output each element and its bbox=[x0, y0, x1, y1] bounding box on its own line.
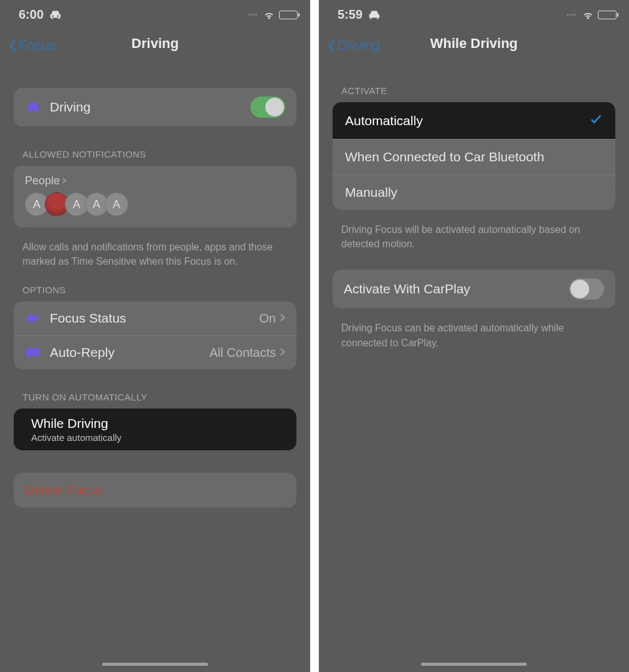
back-button[interactable]: Focus bbox=[7, 37, 56, 54]
carplay-toggle[interactable] bbox=[569, 278, 604, 300]
carplay-label: Activate With CarPlay bbox=[344, 282, 569, 296]
while-driving-row[interactable]: While Driving Activate automatically bbox=[14, 409, 296, 450]
status-time: 5:59 bbox=[338, 7, 362, 22]
phone-driving-screen: 6:00 •••• Focus Driving Driving bbox=[0, 0, 310, 672]
options-header: OPTIONS bbox=[14, 268, 296, 301]
car-icon bbox=[25, 99, 45, 115]
while-driving-title: While Driving bbox=[31, 416, 285, 431]
people-label: People bbox=[25, 174, 60, 187]
chevron-right-icon bbox=[280, 345, 285, 360]
focus-status-icon bbox=[25, 310, 45, 326]
activate-option-manual[interactable]: Manually bbox=[333, 174, 615, 210]
checkmark-icon bbox=[589, 112, 603, 129]
nav-bar: Driving While Driving bbox=[319, 26, 629, 69]
carplay-footer: Driving Focus can be activated automatic… bbox=[333, 315, 615, 349]
focus-status-row[interactable]: Focus Status On bbox=[14, 301, 296, 335]
phone-while-driving-screen: 5:59 •••• Driving While Driving ACTIVATE… bbox=[319, 0, 629, 672]
back-label: Focus bbox=[19, 37, 56, 54]
back-button[interactable]: Driving bbox=[326, 37, 380, 54]
carplay-group: Activate With CarPlay bbox=[333, 270, 615, 308]
car-icon bbox=[49, 8, 62, 22]
speech-bubble-icon bbox=[25, 344, 45, 361]
home-indicator[interactable] bbox=[421, 663, 527, 666]
more-dots-icon: •••• bbox=[247, 12, 258, 18]
driving-toggle-group: Driving bbox=[14, 88, 296, 126]
driving-label: Driving bbox=[50, 100, 250, 115]
chevron-left-icon bbox=[7, 38, 17, 53]
activate-header: ACTIVATE bbox=[333, 69, 615, 102]
allowed-header: ALLOWED NOTIFICATIONS bbox=[14, 133, 296, 166]
people-row[interactable]: People A A A A bbox=[14, 166, 296, 227]
activate-option-auto[interactable]: Automatically bbox=[333, 102, 615, 139]
auto-reply-value: All Contacts bbox=[209, 346, 276, 360]
page-title: While Driving bbox=[430, 35, 518, 52]
battery-icon bbox=[279, 11, 298, 19]
activate-option-label: Manually bbox=[345, 185, 603, 200]
status-time: 6:00 bbox=[19, 7, 44, 22]
page-title: Driving bbox=[131, 35, 179, 52]
allowed-group: People A A A A bbox=[14, 166, 296, 227]
back-label: Driving bbox=[338, 37, 380, 54]
nav-bar: Focus Driving bbox=[0, 26, 310, 69]
activate-group: Automatically When Connected to Car Blue… bbox=[333, 102, 615, 210]
status-bar: 6:00 •••• bbox=[0, 0, 310, 26]
driving-toggle-row[interactable]: Driving bbox=[14, 88, 296, 126]
activate-option-bluetooth[interactable]: When Connected to Car Bluetooth bbox=[333, 139, 615, 174]
avatar: A bbox=[105, 192, 128, 216]
auto-header: TURN ON AUTOMATICALLY bbox=[14, 376, 296, 409]
delete-focus-button[interactable]: Delete Focus bbox=[14, 473, 296, 508]
options-group: Focus Status On Auto-Reply All Contacts bbox=[14, 301, 296, 369]
more-dots-icon: •••• bbox=[566, 12, 577, 18]
allowed-footer: Allow calls and notifications from peopl… bbox=[14, 234, 296, 268]
driving-toggle[interactable] bbox=[250, 97, 285, 118]
delete-group: Delete Focus bbox=[14, 473, 296, 508]
svg-point-1 bbox=[33, 315, 40, 322]
home-indicator[interactable] bbox=[102, 663, 208, 666]
chevron-right-icon bbox=[62, 174, 67, 187]
focus-status-value: On bbox=[259, 311, 276, 326]
avatars: A A A A bbox=[25, 192, 285, 216]
auto-reply-row[interactable]: Auto-Reply All Contacts bbox=[14, 335, 296, 369]
activate-option-label: When Connected to Car Bluetooth bbox=[345, 149, 603, 164]
wifi-icon bbox=[582, 9, 594, 21]
chevron-right-icon bbox=[280, 311, 285, 326]
activate-option-label: Automatically bbox=[345, 113, 589, 128]
status-bar: 5:59 •••• bbox=[319, 0, 629, 26]
auto-reply-label: Auto-Reply bbox=[50, 345, 209, 360]
activate-footer: Driving Focus will be activated automati… bbox=[333, 216, 615, 251]
focus-status-label: Focus Status bbox=[50, 311, 259, 326]
carplay-row[interactable]: Activate With CarPlay bbox=[333, 270, 615, 308]
while-driving-group: While Driving Activate automatically bbox=[14, 409, 296, 450]
car-icon bbox=[367, 8, 381, 22]
battery-icon bbox=[598, 11, 617, 19]
wifi-icon bbox=[263, 9, 275, 21]
while-driving-sub: Activate automatically bbox=[31, 432, 285, 443]
chevron-left-icon bbox=[326, 38, 336, 53]
